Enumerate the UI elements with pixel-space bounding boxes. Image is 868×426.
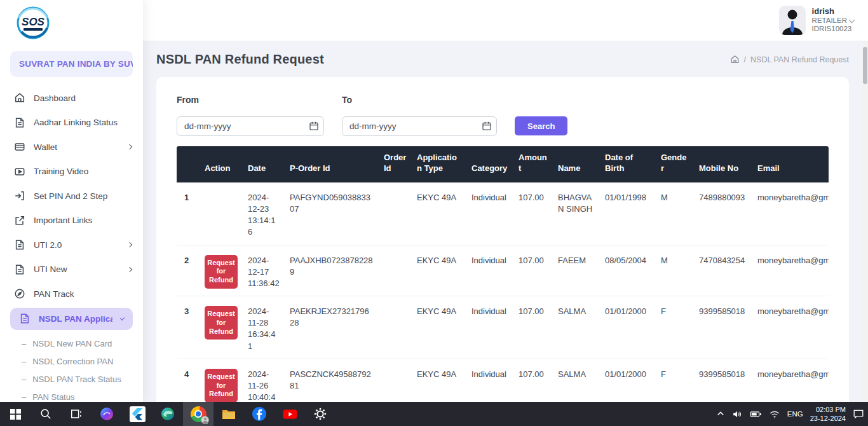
sidebar-subitem-pan-status[interactable]: PAN Status: [0, 388, 143, 402]
logo[interactable]: SOS: [0, 0, 143, 45]
to-date-input[interactable]: [342, 116, 497, 136]
document-icon: [19, 313, 31, 324]
facebook-button[interactable]: [244, 402, 275, 426]
screen: idrish RETAILER IDRIS10023 SOS SUVRAT PA…: [0, 0, 868, 426]
document-icon: [14, 239, 25, 251]
search-icon: [39, 408, 52, 420]
user-role-dropdown[interactable]: RETAILER: [812, 17, 854, 25]
sidebar-subitem-nsdl-pan-track-status[interactable]: NSDL PAN Track Status: [0, 371, 143, 388]
table-row: 4 Request for Refund 2024-11-26 10:40:46…: [177, 359, 829, 402]
settings-button[interactable]: [305, 402, 336, 426]
facebook-icon: [252, 406, 267, 422]
notifications-button[interactable]: [853, 409, 864, 419]
file-explorer-button[interactable]: [214, 402, 244, 426]
task-view-button[interactable]: [61, 402, 92, 426]
col-dob: Date of Birth: [600, 146, 656, 182]
clock[interactable]: 02:03 PM 23-12-2024: [810, 405, 846, 423]
speaker-icon: [732, 409, 743, 420]
sidebar-item-uti-2-0[interactable]: UTI 2.0: [0, 233, 143, 258]
chevron-right-icon: [127, 242, 132, 247]
sos-logo-icon: SOS: [15, 5, 51, 41]
breadcrumb-current: NSDL PAN Refund Request: [750, 55, 849, 64]
search-button[interactable]: Search: [515, 116, 567, 135]
notification-icon: [853, 409, 864, 419]
home-icon: [14, 92, 25, 104]
copilot-icon: [99, 406, 114, 422]
action-cell: [200, 182, 243, 245]
sidebar-item-set-pin[interactable]: Set PIN And 2 Step: [0, 184, 143, 209]
user-silhouette-icon: [779, 6, 806, 35]
user-menu[interactable]: idrish RETAILER IDRIS10023: [779, 6, 854, 35]
start-button[interactable]: [0, 402, 31, 426]
sidebar-item-aadhar-linking-status[interactable]: Aadhar Linking Status: [0, 111, 143, 135]
col-amount: Amount: [513, 146, 553, 182]
sidebar-subitem-nsdl-new-pan-card[interactable]: NSDL New PAN Card: [0, 335, 143, 353]
request-refund-button[interactable]: Request for Refund: [205, 255, 238, 289]
wifi-button[interactable]: [769, 409, 780, 419]
sidebar-item-dashboard[interactable]: Dashboard: [0, 86, 143, 111]
table-row: 2 Request for Refund 2024-12-17 11:36:42…: [177, 245, 829, 296]
home-icon[interactable]: [730, 55, 740, 64]
battery-button[interactable]: [750, 409, 762, 419]
taskbar-search-button[interactable]: [31, 402, 61, 426]
system-tray: ENG 02:03 PM 23-12-2024: [716, 402, 868, 426]
volume-button[interactable]: [732, 409, 743, 420]
col-date: Date: [243, 146, 285, 182]
sidebar: SOS SUVRAT PAN INDIA BY SUVR Dashboard A…: [0, 0, 143, 402]
clock-date: 23-12-2024: [810, 415, 846, 422]
windows-icon: [10, 409, 21, 420]
col-index: [177, 146, 200, 182]
chevron-right-icon: [127, 267, 132, 272]
sidebar-item-uti-new[interactable]: UTI New: [0, 258, 143, 282]
request-refund-button[interactable]: Request for Refund: [205, 369, 238, 402]
copilot-button[interactable]: [92, 402, 122, 426]
sidebar-item-nsdl-pan-application[interactable]: NSDL PAN Application: [10, 308, 133, 330]
table-row: 1 2024-12-23 13:14:16 PAFGYND05903883307…: [177, 182, 829, 245]
chevron-right-icon: [127, 144, 132, 149]
breadcrumb: / NSDL PAN Refund Request: [730, 55, 849, 64]
sidebar-item-training-video[interactable]: Training Video: [0, 160, 143, 184]
col-gender: Gender: [656, 146, 694, 182]
col-action: Action: [200, 146, 243, 182]
sidebar-subitem-nsdl-correction-pan[interactable]: NSDL Correction PAN: [0, 353, 143, 371]
sidebar-subnav: NSDL New PAN Card NSDL Correction PAN NS…: [0, 335, 143, 402]
table-header-row: Action Date P-Order Id Order Id Applicat…: [177, 146, 829, 182]
page-scrollbar[interactable]: [862, 42, 868, 402]
action-cell: Request for Refund: [200, 296, 243, 359]
sidebar-item-important-links[interactable]: Important Links: [0, 209, 143, 233]
col-p-order-id: P-Order Id: [285, 146, 379, 182]
sidebar-item-wallet[interactable]: Wallet: [0, 135, 143, 160]
page-scrollbar-thumb[interactable]: [863, 47, 867, 84]
action-cell: Request for Refund: [200, 245, 243, 296]
brand-name: SUVRAT PAN INDIA BY SUVR: [10, 51, 133, 77]
chevron-up-icon: [716, 409, 725, 418]
flutter-icon: [130, 406, 146, 422]
chrome-button[interactable]: [183, 402, 214, 426]
col-category: Category: [466, 146, 513, 182]
chevron-down-icon: [849, 17, 855, 23]
youtube-button[interactable]: [275, 402, 305, 426]
wifi-icon: [769, 409, 780, 419]
request-refund-button[interactable]: Request for Refund: [205, 306, 238, 340]
to-label: To: [342, 95, 497, 105]
language-indicator[interactable]: ENG: [787, 410, 803, 418]
filter-bar: From To Search: [177, 95, 829, 136]
document-icon: [14, 117, 25, 128]
edge-button[interactable]: [153, 402, 183, 426]
calendar-icon[interactable]: [482, 121, 492, 131]
breadcrumb-separator: /: [744, 55, 746, 64]
page-title: NSDL PAN Refund Request: [156, 52, 324, 67]
from-date-input[interactable]: [177, 116, 324, 136]
calendar-icon[interactable]: [309, 121, 319, 131]
sidebar-item-pan-track[interactable]: PAN Track: [0, 282, 143, 306]
edge-icon: [160, 406, 175, 422]
col-application-type: Application Type: [412, 146, 466, 182]
clock-time: 02:03 PM: [816, 406, 846, 413]
tray-expand-button[interactable]: [716, 409, 725, 418]
user-id: IDRIS10023: [812, 25, 854, 33]
folder-icon: [221, 406, 236, 422]
wallet-icon: [14, 141, 25, 153]
sidebar-nav: Dashboard Aadhar Linking Status Wallet T…: [0, 86, 143, 330]
flutter-app-button[interactable]: [122, 402, 153, 426]
col-email: Email: [752, 146, 829, 182]
